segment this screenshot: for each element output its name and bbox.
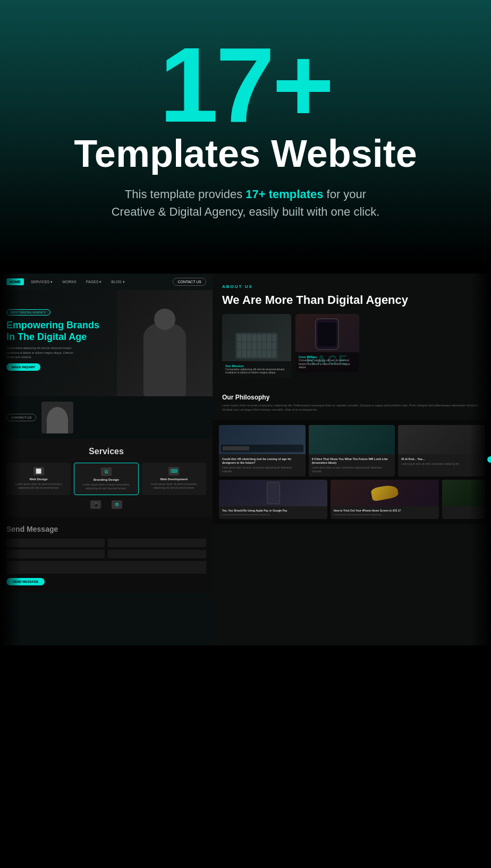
web-dev-icon: ⌨ — [168, 467, 179, 475]
blog-content-3: IS di Dod... Yea... Lorem ipsum dolor si… — [398, 454, 485, 469]
bottom-blog-desc-2: Lorem ipsum dolor sit amet consectetur a… — [334, 513, 436, 516]
about-heading: We Are More Than Digital Agency — [222, 293, 481, 307]
service-bottom-item-2: ⚙ — [112, 500, 122, 509]
hero-badge: BEST DIGITAL AGENCY — [6, 309, 50, 316]
service-card-branding: ⧉ Branding Design Lorem ipsum dolor sit … — [74, 463, 138, 495]
blog-partial-image — [442, 480, 485, 506]
branding-icon: ⧉ — [101, 467, 112, 476]
bottom-blog-content-1: Yes, You Should Be Using Apple Pay or Go… — [219, 506, 327, 519]
person-silhouette — [143, 322, 186, 396]
blog-title-1: Could this VR sketching tool be coming o… — [222, 457, 302, 465]
person-head — [154, 309, 175, 330]
blog-card-1: Could this VR sketching tool be coming o… — [219, 425, 306, 476]
bottom-blog-desc-1: Lorem ipsum dolor sit amet consectetur a… — [222, 513, 324, 516]
blog-sneaker-image — [331, 480, 439, 506]
hero-title: Templates Website — [11, 133, 480, 175]
service-card-web-dev: ⌨ Web Development Lorem ipsum dolor sit … — [142, 463, 206, 495]
preview-container: HOME SERVICES ▾ WORKS PAGES ▾ BLOG ▾ CON… — [0, 274, 491, 645]
chevron-down-icon: ▾ — [50, 280, 53, 284]
nav-item-home[interactable]: HOME — [6, 278, 24, 285]
form-row-1 — [6, 539, 206, 547]
bottom-blog-card-3: ... — [442, 480, 485, 519]
blog-section: Could this VR sketching tool be coming o… — [213, 420, 491, 524]
service-web-design-desc: Lorem ipsum dolor sit amet consectetur a… — [10, 482, 67, 490]
bottom-blog-card-1: Yes, You Should Be Using Apple Pay or Go… — [219, 480, 327, 519]
service-bottom-icon-1: 📱 — [90, 500, 101, 509]
panels-wrapper: HOME SERVICES ▾ WORKS PAGES ▾ BLOG ▾ CON… — [0, 274, 491, 645]
mock-hero-content: BEST DIGITAL AGENCY Empowering Brands In… — [6, 306, 102, 371]
input-email[interactable] — [6, 550, 105, 558]
blog-image-1 — [219, 425, 306, 454]
core-values-overlay: Core Values Consectetur adipiscing elit … — [295, 352, 359, 372]
about-images: Our Mission Consectetur adipiscing elit … — [222, 314, 481, 378]
service-bottom-icon-2: ⚙ — [112, 500, 122, 509]
blog-grid: Could this VR sketching tool be coming o… — [219, 425, 485, 476]
mock-hero-heading: Empowering Brands In The Digital Age — [6, 320, 102, 343]
core-values-text: Consectetur adipiscing elit sed do eiusm… — [299, 359, 356, 369]
preview-wrapper: HOME SERVICES ▾ WORKS PAGES ▾ BLOG ▾ CON… — [0, 263, 491, 656]
watch-shape — [315, 318, 339, 350]
sneaker-shape — [370, 484, 399, 501]
bottom-blog-row: Yes, You Should Be Using Apple Pay or Go… — [219, 480, 485, 519]
philosophy-title: Our Philosophy — [222, 394, 481, 401]
chevron-down-icon: ▾ — [99, 280, 101, 284]
philosophy-text: Lorem ipsum dolor sit amet consectetur a… — [222, 403, 481, 412]
input-first-name[interactable] — [108, 539, 206, 547]
bottom-blog-card-2: How to Trick Out Your iPhone Home Screen… — [331, 480, 439, 519]
mock-hero-cta[interactable]: MAKE INQUIRY — [6, 363, 40, 371]
blog-card-3: IS di Dod... Yea... Lorem ipsum dolor si… — [398, 425, 485, 476]
about-section: ABOUT US We Are More Than Digital Agency — [213, 274, 491, 393]
send-message-title: Send Message — [6, 525, 206, 533]
keyboard-shape — [235, 333, 278, 359]
left-mockup-panel: HOME SERVICES ▾ WORKS PAGES ▾ BLOG ▾ CON… — [0, 274, 213, 645]
blog-content-1: Could this VR sketching tool be coming o… — [219, 454, 306, 476]
mission-overlay: Our Mission Consectetur adipiscing elit … — [222, 361, 291, 378]
about-label: ABOUT US — [222, 284, 481, 289]
mock-hero-section: BEST DIGITAL AGENCY Empowering Brands In… — [0, 290, 213, 396]
mock-services-section: Services ⬜ Web Design Lorem ipsum dolor … — [0, 439, 213, 517]
nav-item-services[interactable]: SERVICES ▾ — [28, 278, 55, 286]
service-web-design-name: Web Design — [10, 478, 67, 481]
mock-contact-btn[interactable]: CONTACT US — [6, 414, 36, 421]
service-bottom-item-1: 📱 — [90, 500, 101, 509]
bottom-blog-title-1: Yes, You Should Be Using Apple Pay or Go… — [222, 509, 324, 513]
blog-title-2: 8 Cities That Show You What The Future W… — [312, 457, 392, 465]
chevron-down-icon: ▾ — [123, 280, 125, 284]
mission-text: Consectetur adipiscing elit sed do eiusm… — [225, 368, 288, 375]
bottom-blog-content-2: How to Trick Out Your iPhone Home Screen… — [331, 506, 439, 519]
mock-hero-bg-image — [117, 290, 213, 396]
bottom-blog-title-2: How to Trick Out Your iPhone Home Screen… — [334, 509, 436, 513]
scroll-indicator[interactable] — [487, 456, 491, 463]
blog-phone-image — [219, 480, 327, 506]
person-shape — [47, 407, 68, 433]
blog-card-2: 8 Cities That Show You What The Future W… — [309, 425, 395, 476]
services-bottom-row: 📱 ⚙ — [6, 500, 206, 509]
input-phone[interactable] — [108, 550, 206, 558]
input-full-name[interactable] — [6, 539, 105, 547]
nav-item-works[interactable]: WORKS — [60, 278, 79, 285]
service-card-web-design: ⬜ Web Design Lorem ipsum dolor sit amet … — [6, 463, 71, 495]
input-message[interactable] — [6, 561, 206, 574]
services-title: Services — [6, 447, 206, 456]
service-branding-desc: Lorem ipsum dolor sit amet consectetur a… — [78, 483, 134, 490]
hero-section: 17+ Templates Website This template prov… — [0, 0, 491, 263]
send-message-button[interactable]: SEND MESSAGE — [6, 578, 45, 585]
watch-screen — [318, 322, 336, 346]
blog-content-2: 8 Cities That Show You What The Future W… — [309, 454, 395, 476]
mock-hero-description: Consectetur adipiscing elit sed do eiusm… — [6, 346, 81, 359]
service-web-dev-desc: Lorem ipsum dolor sit amet consectetur a… — [145, 482, 203, 490]
nav-item-pages[interactable]: PAGES ▾ — [83, 278, 105, 286]
hero-highlight: 17+ templates — [246, 188, 323, 201]
right-mockup-panel: ABOUT US We Are More Than Digital Agency — [213, 274, 491, 645]
about-image-watch: RACE Core Values Consectetur adipiscing … — [295, 314, 359, 372]
services-grid: ⬜ Web Design Lorem ipsum dolor sit amet … — [6, 463, 206, 495]
blog-title-3: IS di Dod... Yea... — [401, 457, 481, 461]
mock-contact-area: CONTACT US — [0, 396, 213, 439]
about-image-keyboard: Our Mission Consectetur adipiscing elit … — [222, 314, 291, 378]
blog-desc-3: Lorem ipsum dolor sit amet, consectetur … — [401, 463, 481, 466]
hero-number: 17+ — [11, 32, 480, 138]
hero-description: This template provides 17+ templates for… — [11, 185, 480, 220]
nav-item-blog[interactable]: BLOG ▾ — [108, 278, 127, 286]
nav-contact-button[interactable]: CONTACT US — [173, 278, 206, 286]
blog-image-2 — [309, 425, 395, 454]
